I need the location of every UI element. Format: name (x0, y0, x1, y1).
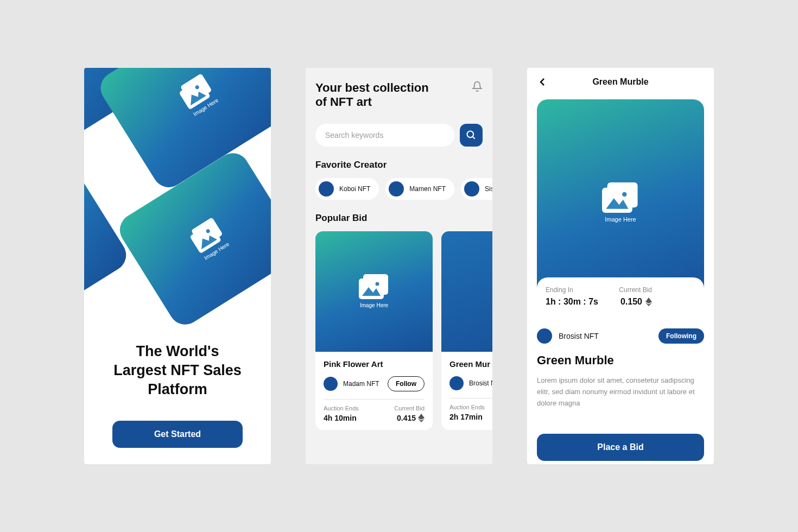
creator-name: Sist N (485, 185, 492, 193)
bid-creator-name: Madam NFT (343, 380, 379, 388)
home-screen: Your best collection of NFT art Search k… (306, 68, 492, 464)
image-placeholder-icon (602, 182, 639, 213)
avatar (319, 181, 334, 197)
image-placeholder-label: Image Here (360, 302, 388, 308)
auction-ends-value: 2h 17min (449, 413, 485, 421)
chevron-left-icon (536, 75, 549, 88)
image-placeholder-icon (359, 274, 389, 299)
hero-tile (84, 159, 132, 328)
onboarding-title: The World's Largest NFT Sales Platform (106, 342, 249, 399)
bid-creator[interactable]: Madam NFT (324, 377, 379, 391)
following-badge[interactable]: Following (658, 328, 704, 344)
creator-chip[interactable]: Sist N (461, 178, 492, 200)
bid-title: Pink Flower Art (324, 359, 425, 369)
bid-card[interactable]: Image Here Pink Flower Art Madam NFT Fol… (315, 231, 433, 430)
bid-creator-name: Brosist N (469, 379, 492, 387)
search-button[interactable] (460, 124, 483, 147)
avatar (537, 328, 552, 344)
avatar (389, 181, 404, 197)
detail-creator-name: Brosist NFT (559, 332, 599, 340)
ending-in-value: 1h : 30m : 7s (546, 297, 598, 307)
place-bid-label: Place a Bid (597, 442, 643, 452)
current-bid-label: Current Bid (394, 405, 425, 411)
detail-creator[interactable]: Brosist NFT (537, 328, 599, 344)
bid-row: Image Here Pink Flower Art Madam NFT Fol… (306, 231, 492, 430)
onboarding-screen: Image Here Image Here The World's Larges… (84, 68, 271, 464)
info-panel: Ending In 1h : 30m : 7s Current Bid 0.15… (537, 277, 704, 320)
detail-description: Lorem ipsum dolor sit amet, consetetur s… (537, 375, 704, 409)
auction-ends-label: Auction Ends (324, 405, 359, 411)
avatar (449, 376, 464, 390)
bell-icon[interactable] (472, 81, 483, 93)
detail-header: Green Murble (527, 68, 714, 96)
search-placeholder: Search keywords (325, 131, 383, 140)
popular-bid-heading: Popular Bid (315, 213, 483, 224)
ending-in-label: Ending In (546, 286, 598, 294)
home-headline: Your best collection of NFT art (315, 81, 429, 110)
creator-row: Koboi NFT Mamen NFT Sist N (306, 178, 492, 200)
auction-ends-value: 4h 10min (324, 414, 359, 422)
search-row: Search keywords (315, 124, 483, 147)
search-input[interactable]: Search keywords (315, 124, 454, 147)
bid-creator[interactable]: Brosist N (449, 376, 492, 390)
creator-chip[interactable]: Koboi NFT (315, 178, 379, 200)
home-header: Your best collection of NFT art (315, 81, 483, 110)
eth-icon (645, 297, 652, 306)
avatar (324, 377, 338, 391)
follow-button[interactable]: Follow (388, 376, 425, 391)
detail-creator-row: Brosist NFT Following (537, 328, 704, 344)
follow-label: Follow (396, 380, 416, 388)
onboarding-bottom: The World's Largest NFT Sales Platform G… (84, 342, 271, 464)
current-bid-label: Current Bid (619, 286, 652, 294)
bid-image (441, 231, 492, 352)
bid-title: Green Mur (449, 359, 492, 369)
get-started-label: Get Started (154, 429, 201, 439)
place-bid-button[interactable]: Place a Bid (537, 434, 704, 461)
get-started-button[interactable]: Get Started (112, 421, 243, 448)
following-label: Following (666, 332, 696, 340)
divider (324, 399, 425, 400)
current-bid-value: 0.415 (394, 414, 425, 422)
detail-title: Green Murble (537, 353, 704, 368)
favorite-creator-heading: Favorite Creator (315, 160, 483, 170)
bid-image: Image Here (315, 231, 433, 352)
creator-chip[interactable]: Mamen NFT (385, 178, 454, 200)
auction-ends-label: Auction Ends (449, 404, 485, 410)
detail-image: Image Here (537, 99, 704, 306)
eth-icon (418, 414, 425, 422)
detail-screen: Green Murble Image Here Ending In 1h : 3… (527, 68, 714, 464)
svg-line-13 (473, 136, 475, 138)
creator-name: Mamen NFT (409, 185, 446, 193)
avatar (464, 181, 479, 197)
creator-name: Koboi NFT (339, 185, 370, 193)
bid-card[interactable]: Green Mur Brosist N Auction Ends 2h 17mi… (441, 231, 492, 430)
image-placeholder-label: Image Here (605, 216, 636, 223)
search-icon (466, 130, 477, 141)
divider (449, 398, 492, 398)
page-title: Green Murble (592, 77, 648, 87)
current-bid-value: 0.150 (619, 297, 652, 307)
back-button[interactable] (536, 75, 549, 88)
hero-area: Image Here Image Here (84, 68, 271, 328)
svg-point-12 (467, 131, 474, 137)
